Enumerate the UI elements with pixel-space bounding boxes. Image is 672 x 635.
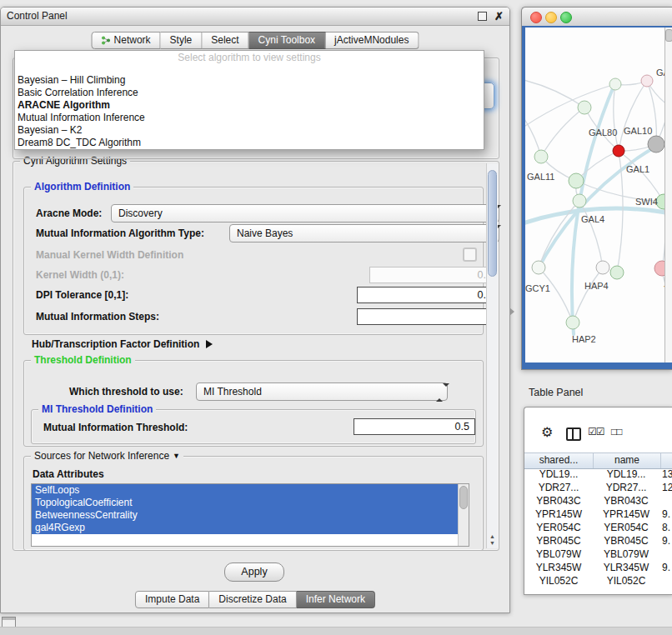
sources-group-title[interactable]: Sources for Network Inference▼ [31, 450, 183, 462]
table-row[interactable]: YPR145WYPR145W9. [524, 508, 672, 521]
table-cell: 8. [659, 521, 672, 534]
attribute-item-topologicalcoefficient[interactable]: TopologicalCoefficient [32, 497, 462, 509]
tab-label: Cyni Toolbox [258, 32, 315, 48]
table-row[interactable]: YIL052CYIL052C [524, 574, 672, 588]
bottom-bar [0, 627, 672, 635]
table-row[interactable]: YDR27...YDR27...12 [524, 481, 672, 494]
network-window-titlebar[interactable] [522, 8, 672, 27]
action-tab-impute-data[interactable]: Impute Data [135, 591, 209, 608]
table-row[interactable]: YBR045CYBR045C9. [524, 534, 672, 548]
network-node[interactable] [578, 101, 591, 114]
network-scrollbar[interactable] [664, 28, 672, 362]
table-cell: YLR345W [593, 561, 659, 574]
network-edge [619, 81, 647, 151]
network-tab-icon [102, 36, 111, 45]
aracne-mode-combo[interactable]: Discovery [111, 204, 499, 222]
mi-type-combo[interactable]: Naive Bayes [229, 224, 499, 242]
table-cell: 12 [659, 481, 672, 494]
dpi-tolerance-field[interactable]: 0.0 [357, 287, 498, 303]
network-graph[interactable]: GALGAL80GAL10GAL11GAL1SWI4GAL4GCY1HAP4HA… [525, 28, 665, 362]
algorithm-option-dream8-dc-tdc-algorithm[interactable]: Dream8 DC_TDC Algorithm [15, 137, 484, 149]
panel-splitter-toggle[interactable] [509, 308, 514, 316]
network-node-label: GAL80 [589, 128, 617, 138]
scrollbar-arrows-icon[interactable]: ▲▼ [487, 533, 498, 547]
collapse-arrow-icon[interactable]: ▼ [173, 452, 180, 460]
network-scrollbar-thumb[interactable] [665, 29, 672, 42]
network-node[interactable] [532, 261, 545, 274]
attribute-item-betweennesscentrality[interactable]: BetweennessCentrality [32, 509, 462, 522]
network-node-label: SWI4 [635, 197, 658, 207]
mi-steps-field[interactable]: 6 [357, 308, 498, 325]
expand-arrow-icon[interactable] [206, 340, 213, 348]
algorithm-option-bayesian-hill-climbing[interactable]: Bayesian – Hill Climbing [15, 74, 484, 87]
bottom-action-tabs: Impute DataDiscretize DataInfer Network [135, 591, 375, 608]
table-cell: YPR145W [524, 508, 593, 521]
algorithm-option-aracne-algorithm[interactable]: ARACNE Algorithm [15, 99, 484, 112]
tab-network[interactable]: Network [92, 32, 161, 49]
network-node-label: GCY1 [525, 283, 550, 293]
network-node[interactable] [610, 266, 624, 279]
network-node[interactable] [609, 78, 621, 90]
network-node[interactable] [573, 194, 586, 208]
close-window-button[interactable]: ✗ [494, 11, 504, 22]
network-node[interactable] [596, 261, 609, 274]
attribute-item-selfloops[interactable]: SelfLoops [32, 484, 462, 497]
algorithm-option-mutual-information-inference[interactable]: Mutual Information Inference [15, 112, 484, 124]
algorithm-option-basic-correlation-inference[interactable]: Basic Correlation Inference [15, 87, 484, 99]
mi-threshold-field[interactable]: 0.5 [354, 418, 475, 435]
manual-kernel-checkbox[interactable] [463, 248, 477, 262]
minimize-traffic-light[interactable] [545, 12, 557, 23]
attributes-list-scrollbar[interactable] [458, 484, 469, 546]
action-tab-discretize-data[interactable]: Discretize Data [209, 591, 296, 608]
cyni-settings-group: Cyni Algorithm Settings Algorithm Defini… [13, 161, 499, 551]
close-traffic-light[interactable] [530, 12, 542, 23]
table-header-row: shared...name [524, 452, 672, 469]
table-row[interactable]: YBR043CYBR043C [524, 494, 672, 508]
threshold-definition-group: Threshold Definition Which threshold to … [23, 360, 484, 447]
attribute-item-gal4rgexp[interactable]: gal4RGexp [32, 522, 462, 534]
float-window-button[interactable] [478, 12, 487, 21]
settings-scrollbar[interactable]: ▲▼ [486, 163, 498, 548]
action-tab-infer-network[interactable]: Infer Network [297, 591, 375, 608]
data-attributes-list[interactable]: SelfLoopsTopologicalCoefficientBetweenne… [31, 483, 469, 547]
column-header-extra[interactable] [661, 453, 672, 468]
gear-icon[interactable]: ⚙ [541, 424, 553, 440]
tab-cyni-toolbox[interactable]: Cyni Toolbox [249, 32, 325, 49]
network-node[interactable] [569, 173, 584, 188]
deselect-all-checkboxes-icon[interactable]: □□ [611, 426, 622, 438]
kernel-width-field[interactable]: 0.0 [369, 267, 498, 283]
tab-label: Style [170, 32, 193, 48]
tab-select[interactable]: Select [202, 32, 248, 49]
tab-jactivemnodules[interactable]: jActiveMNodules [325, 32, 419, 49]
network-node[interactable] [613, 145, 624, 157]
column-header-name[interactable]: name [594, 453, 661, 468]
table-row[interactable]: YDL19...YDL19...13 [524, 468, 672, 481]
algorithm-option-bayesian-k2[interactable]: Bayesian – K2 [15, 124, 484, 137]
network-canvas-frame: GALGAL80GAL10GAL11GAL1SWI4GAL4GCY1HAP4HA… [522, 26, 672, 369]
network-node[interactable] [641, 75, 653, 87]
network-edge [525, 79, 584, 108]
table-row[interactable]: YBL079WYBL079W [524, 548, 672, 561]
network-node[interactable] [534, 150, 548, 163]
table-row[interactable]: YER054CYER054C8. [524, 521, 672, 534]
combo-stepper-icon [436, 387, 443, 398]
zoom-traffic-light[interactable] [560, 12, 572, 23]
column-header-shared[interactable]: shared... [524, 453, 594, 468]
settings-scrollbar-thumb[interactable] [488, 170, 497, 277]
network-node-label: GAL11 [527, 172, 554, 182]
table-cell: YDR27... [593, 481, 659, 494]
table-cell [659, 574, 672, 588]
network-node[interactable] [648, 136, 664, 152]
control-panel-titlebar[interactable]: Control Panel ✗ [1, 8, 509, 26]
which-threshold-combo[interactable]: MI Threshold [196, 382, 448, 401]
apply-button[interactable]: Apply [224, 562, 284, 582]
table-row[interactable]: YLR345WYLR345W9. [524, 561, 672, 574]
mi-type-label: Mutual Information Algorithm Type: [36, 228, 204, 239]
columns-icon[interactable] [566, 428, 581, 441]
table-cell: YDL19... [593, 468, 659, 481]
network-node[interactable] [566, 316, 579, 329]
tab-style[interactable]: Style [161, 32, 203, 49]
hub-section-label[interactable]: Hub/Transcription Factor Definition [32, 338, 213, 350]
table-cell [659, 548, 672, 561]
select-all-checkboxes-icon[interactable]: ☑☑ [588, 426, 604, 438]
